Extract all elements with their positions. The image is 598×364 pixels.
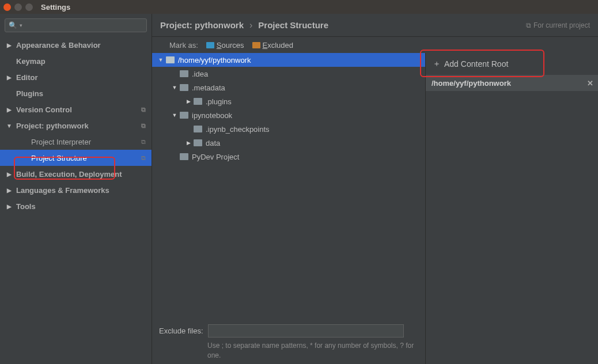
folder-icon bbox=[194, 126, 202, 132]
dir-label: data bbox=[206, 139, 220, 147]
window-titlebar: Settings bbox=[0, 0, 598, 14]
chevron-right-icon: ▶ bbox=[6, 42, 13, 48]
breadcrumb-project[interactable]: Project: pythonwork bbox=[160, 20, 244, 30]
sidebar-item-label: Project: pythonwork bbox=[16, 122, 89, 130]
sidebar-item-label: Appearance & Behavior bbox=[16, 41, 101, 50]
mark-as-bar: Mark as: Sources Excluded bbox=[152, 37, 598, 53]
chevron-down-icon: ▼ bbox=[172, 112, 177, 118]
dir-label: .ipynb_checkpoints bbox=[206, 125, 270, 134]
sidebar-item-languages-frameworks[interactable]: ▶Languages & Frameworks bbox=[0, 182, 152, 198]
dir-label: /home/yyf/pythonwork bbox=[178, 56, 251, 65]
breadcrumb-structure: Project Structure bbox=[258, 20, 328, 30]
breadcrumb-separator-icon: › bbox=[249, 20, 252, 31]
window-maximize-icon[interactable] bbox=[25, 3, 33, 11]
dir-row[interactable]: ▶.ipynb_checkpoints bbox=[152, 122, 425, 136]
sidebar-item-project-structure[interactable]: ▶Project Structure⧉ bbox=[0, 150, 152, 166]
copy-icon: ⧉ bbox=[526, 21, 531, 29]
window-minimize-icon[interactable] bbox=[14, 3, 22, 11]
dir-row[interactable]: ▶.idea bbox=[152, 67, 425, 81]
breadcrumb: Project: pythonwork › Project Structure … bbox=[152, 14, 598, 37]
sidebar-item-label: Version Control bbox=[16, 105, 72, 114]
dir-label: PyDev Project bbox=[192, 153, 239, 161]
chevron-right-icon: ▶ bbox=[186, 140, 191, 146]
chevron-down-icon: ▼ bbox=[6, 123, 13, 129]
folder-icon bbox=[180, 112, 188, 119]
chevron-down-icon: ▼ bbox=[158, 57, 164, 63]
folder-icon bbox=[180, 70, 188, 77]
chevron-right-icon: ▶ bbox=[6, 203, 13, 210]
dir-row[interactable]: ▶PyDev Project bbox=[152, 150, 425, 164]
sidebar-item-label: Editor bbox=[16, 73, 38, 82]
search-icon: 🔍 bbox=[9, 21, 17, 29]
search-input[interactable] bbox=[22, 21, 143, 29]
exclude-files-label: Exclude files: bbox=[159, 327, 203, 335]
sources-folder-icon bbox=[206, 42, 214, 48]
sidebar-item-version-control[interactable]: ▶Version Control⧉ bbox=[0, 101, 152, 117]
excluded-folder-icon bbox=[252, 42, 260, 48]
dir-row[interactable]: ▶data bbox=[152, 136, 425, 150]
settings-content: Project: pythonwork › Project Structure … bbox=[152, 14, 598, 364]
folder-icon bbox=[166, 56, 175, 63]
copy-icon: ⧉ bbox=[141, 106, 146, 113]
chevron-right-icon: ▶ bbox=[6, 187, 13, 194]
content-root-path: /home/yyf/pythonwork bbox=[432, 79, 511, 88]
content-root-panel: ＋ Add Content Root /home/yyf/pythonwork … bbox=[425, 53, 598, 364]
scope-tag: ⧉ For current project bbox=[526, 21, 590, 29]
chevron-right-icon: ▶ bbox=[6, 171, 13, 177]
sidebar-item-project-pythonwork[interactable]: ▼Project: pythonwork⧉ bbox=[0, 117, 152, 134]
directory-panel: ▼/home/yyf/pythonwork▶.idea▼.metadata▶.p… bbox=[152, 53, 425, 364]
folder-icon bbox=[194, 98, 202, 105]
copy-icon: ⧉ bbox=[141, 154, 146, 162]
mark-excluded-button[interactable]: Excluded bbox=[252, 41, 293, 50]
directory-tree: ▼/home/yyf/pythonwork▶.idea▼.metadata▶.p… bbox=[152, 53, 425, 321]
search-box[interactable]: 🔍 ▾ bbox=[5, 18, 147, 32]
copy-icon: ⧉ bbox=[141, 138, 146, 146]
dir-row[interactable]: ▼/home/yyf/pythonwork bbox=[152, 53, 425, 67]
sidebar-item-label: Project Structure bbox=[31, 154, 87, 162]
sidebar-item-label: Tools bbox=[16, 202, 36, 211]
dir-label: .metadata bbox=[192, 84, 225, 92]
settings-sidebar: 🔍 ▾ ▶Appearance & Behavior▶Keymap▶Editor… bbox=[0, 14, 152, 364]
sidebar-item-appearance-behavior[interactable]: ▶Appearance & Behavior bbox=[0, 37, 152, 53]
exclude-files-row: Exclude files: bbox=[152, 321, 425, 341]
dir-row[interactable]: ▶.plugins bbox=[152, 94, 425, 108]
dir-label: ipynotebook bbox=[192, 111, 232, 120]
chevron-right-icon: ▶ bbox=[6, 74, 13, 81]
window-close-icon[interactable] bbox=[3, 3, 11, 11]
mark-sources-button[interactable]: Sources bbox=[206, 41, 244, 50]
sidebar-item-label: Keymap bbox=[16, 57, 46, 66]
chevron-right-icon: ▶ bbox=[186, 98, 191, 104]
chevron-down-icon: ▼ bbox=[172, 85, 177, 90]
sidebar-item-project-interpreter[interactable]: ▶Project Interpreter⧉ bbox=[0, 134, 152, 150]
dir-row[interactable]: ▼ipynotebook bbox=[152, 108, 425, 122]
dir-row[interactable]: ▼.metadata bbox=[152, 81, 425, 94]
sidebar-item-keymap[interactable]: ▶Keymap bbox=[0, 53, 152, 69]
folder-icon bbox=[180, 153, 188, 160]
folder-icon bbox=[180, 84, 188, 91]
sidebar-item-plugins[interactable]: ▶Plugins bbox=[0, 85, 152, 101]
sidebar-item-label: Project Interpreter bbox=[31, 138, 91, 146]
sidebar-item-label: Languages & Frameworks bbox=[16, 186, 109, 195]
exclude-files-input[interactable] bbox=[208, 324, 404, 338]
dir-label: .idea bbox=[192, 70, 208, 78]
sidebar-item-tools[interactable]: ▶Tools bbox=[0, 198, 152, 214]
sidebar-item-label: Plugins bbox=[16, 89, 43, 98]
sidebar-item-build-execution-deployment[interactable]: ▶Build, Execution, Deployment bbox=[0, 166, 152, 182]
content-root-item[interactable]: /home/yyf/pythonwork ✕ bbox=[426, 75, 598, 91]
sidebar-item-editor[interactable]: ▶Editor bbox=[0, 69, 152, 85]
remove-root-icon[interactable]: ✕ bbox=[587, 79, 593, 88]
plus-icon: ＋ bbox=[433, 59, 441, 69]
dir-label: .plugins bbox=[206, 97, 232, 106]
settings-tree: ▶Appearance & Behavior▶Keymap▶Editor▶Plu… bbox=[0, 37, 152, 364]
sidebar-item-label: Build, Execution, Deployment bbox=[16, 170, 122, 179]
folder-icon bbox=[194, 139, 202, 146]
mark-as-label: Mark as: bbox=[169, 41, 198, 50]
exclude-files-hint: Use ; to separate name patterns, * for a… bbox=[152, 341, 425, 364]
chevron-right-icon: ▶ bbox=[6, 107, 13, 113]
window-title: Settings bbox=[41, 3, 70, 12]
copy-icon: ⧉ bbox=[141, 122, 146, 130]
add-content-root-button[interactable]: ＋ Add Content Root bbox=[426, 53, 598, 75]
